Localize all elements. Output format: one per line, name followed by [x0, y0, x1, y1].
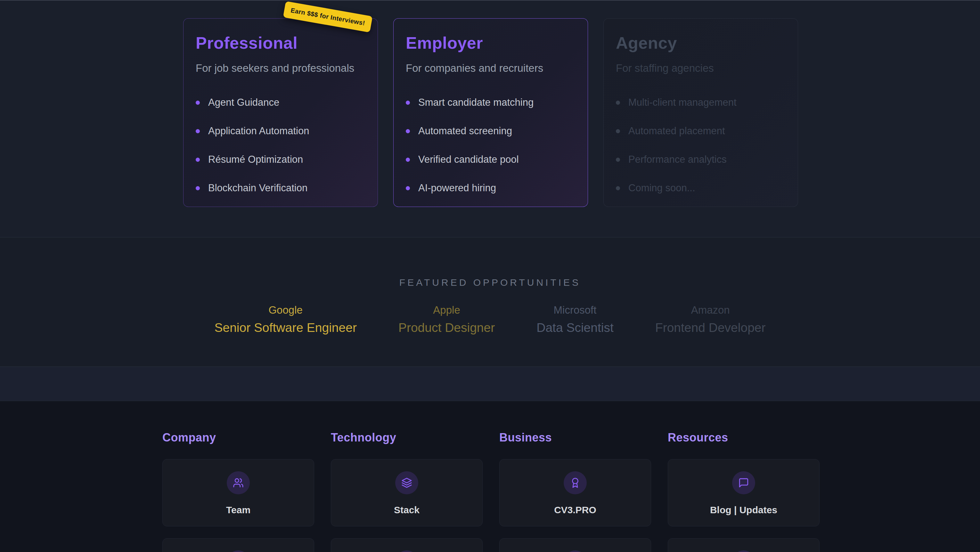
bullet-icon: [196, 158, 200, 162]
icon-circle: [732, 550, 755, 552]
bullet-icon: [196, 101, 200, 105]
feature-label: Performance analytics: [628, 155, 727, 165]
job-company: Microsoft: [536, 304, 614, 316]
bullet-icon: [616, 101, 620, 105]
feature-label: Automated placement: [628, 126, 725, 136]
plan-card-employer[interactable]: Employer For companies and recruiters Sm…: [393, 18, 588, 207]
feature-label: Verified candidate pool: [418, 155, 519, 165]
job-role: Data Scientist: [536, 321, 614, 335]
layers-icon: [401, 477, 412, 488]
section-spacer-band: [0, 367, 980, 401]
plan-card-professional[interactable]: Professional For job seekers and profess…: [183, 18, 378, 207]
job-company: Apple: [398, 304, 495, 316]
feature-item: Coming soon...: [616, 183, 786, 193]
job-role: Senior Software Engineer: [214, 321, 356, 335]
feature-item: Performance analytics: [616, 155, 786, 165]
bullet-icon: [406, 101, 410, 105]
footer-card-partial[interactable]: [668, 538, 819, 552]
feature-label: Blockchain Verification: [208, 183, 307, 193]
feature-label: Smart candidate matching: [418, 97, 533, 108]
feature-label: Résumé Optimization: [208, 155, 303, 165]
featured-jobs-carousel: Google Senior Software Engineer Apple Pr…: [0, 304, 980, 335]
bullet-icon: [406, 158, 410, 162]
plan-title-employer: Employer: [406, 34, 576, 53]
job-role: Product Designer: [398, 321, 495, 335]
feature-item: Automated placement: [616, 126, 786, 136]
feature-label: Application Automation: [208, 126, 309, 136]
bullet-icon: [406, 129, 410, 133]
footer-section: Company Team Technology: [0, 401, 980, 552]
footer-card-partial[interactable]: [331, 538, 483, 552]
bullet-icon: [196, 129, 200, 133]
icon-circle: [227, 471, 250, 495]
users-icon: [233, 477, 244, 488]
feature-item: Automated screening: [406, 126, 576, 136]
award-icon: [570, 477, 581, 488]
plan-subtitle-employer: For companies and recruiters: [406, 62, 576, 74]
feature-item: Verified candidate pool: [406, 155, 576, 165]
plan-card-agency: Agency For staffing agencies Multi-clien…: [603, 18, 798, 207]
featured-opportunities-section: FEATURED OPPORTUNITIES Google Senior Sof…: [0, 238, 980, 367]
job-role: Frontend Developer: [655, 321, 766, 335]
featured-title: FEATURED OPPORTUNITIES: [0, 277, 980, 288]
footer-heading-business: Business: [499, 431, 651, 444]
bullet-icon: [616, 158, 620, 162]
icon-circle: [564, 471, 587, 495]
footer-card-team[interactable]: Team: [162, 459, 314, 526]
featured-job-microsoft[interactable]: Microsoft Data Scientist: [536, 304, 614, 335]
footer-column-company: Company Team: [162, 431, 314, 552]
plan-title-agency: Agency: [616, 34, 786, 53]
icon-circle: [732, 471, 755, 495]
icon-circle: [395, 550, 418, 552]
footer-card-stack[interactable]: Stack: [331, 459, 483, 526]
footer-card-label: CV3.PRO: [554, 504, 596, 515]
icon-circle: [395, 471, 418, 495]
bullet-icon: [616, 129, 620, 133]
plan-features-list: Agent Guidance Application Automation Ré…: [196, 97, 366, 193]
plan-subtitle-professional: For job seekers and professionals: [196, 62, 366, 74]
footer-card-label: Stack: [394, 504, 420, 515]
feature-item: AI-powered hiring: [406, 183, 576, 193]
feature-label: Coming soon...: [628, 183, 695, 193]
icon-circle: [227, 550, 250, 552]
top-section-divider: [0, 0, 980, 1]
feature-item: Agent Guidance: [196, 97, 366, 108]
footer-columns: Company Team Technology: [162, 431, 819, 552]
featured-job-apple[interactable]: Apple Product Designer: [398, 304, 495, 335]
feature-item: Application Automation: [196, 126, 366, 136]
plan-subtitle-agency: For staffing agencies: [616, 62, 786, 74]
footer-heading-technology: Technology: [331, 431, 483, 444]
footer-card-cv3pro[interactable]: CV3.PRO: [499, 459, 651, 526]
plans-section: Professional For job seekers and profess…: [0, 0, 980, 238]
plan-cards-row: Professional For job seekers and profess…: [183, 18, 798, 207]
footer-card-blog[interactable]: Blog | Updates: [668, 459, 819, 526]
feature-item: Smart candidate matching: [406, 97, 576, 108]
featured-job-google[interactable]: Google Senior Software Engineer: [214, 304, 356, 335]
bullet-icon: [196, 186, 200, 190]
feature-label: Multi-client management: [628, 97, 737, 108]
plan-features-list: Smart candidate matching Automated scree…: [406, 97, 576, 193]
footer-card-label: Blog | Updates: [710, 504, 777, 515]
footer-heading-resources: Resources: [668, 431, 819, 444]
plan-title-professional: Professional: [196, 34, 366, 53]
page: Professional For job seekers and profess…: [0, 0, 980, 552]
footer-heading-company: Company: [162, 431, 314, 444]
job-company: Google: [214, 304, 356, 316]
footer-card-partial[interactable]: [499, 538, 651, 552]
bullet-icon: [406, 186, 410, 190]
feature-label: Agent Guidance: [208, 97, 279, 108]
footer-column-resources: Resources Blog | Updates: [668, 431, 819, 552]
featured-job-amazon[interactable]: Amazon Frontend Developer: [655, 304, 766, 335]
footer-column-technology: Technology Stack: [331, 431, 483, 552]
footer-card-label: Team: [226, 504, 250, 515]
footer-column-business: Business CV3.PRO: [499, 431, 651, 552]
footer-card-partial[interactable]: [162, 538, 314, 552]
plan-features-list: Multi-client management Automated placem…: [616, 97, 786, 193]
job-company: Amazon: [655, 304, 766, 316]
feature-item: Blockchain Verification: [196, 183, 366, 193]
message-square-icon: [738, 477, 749, 488]
feature-item: Multi-client management: [616, 97, 786, 108]
feature-item: Résumé Optimization: [196, 155, 366, 165]
icon-circle: [564, 550, 587, 552]
feature-label: Automated screening: [418, 126, 512, 136]
